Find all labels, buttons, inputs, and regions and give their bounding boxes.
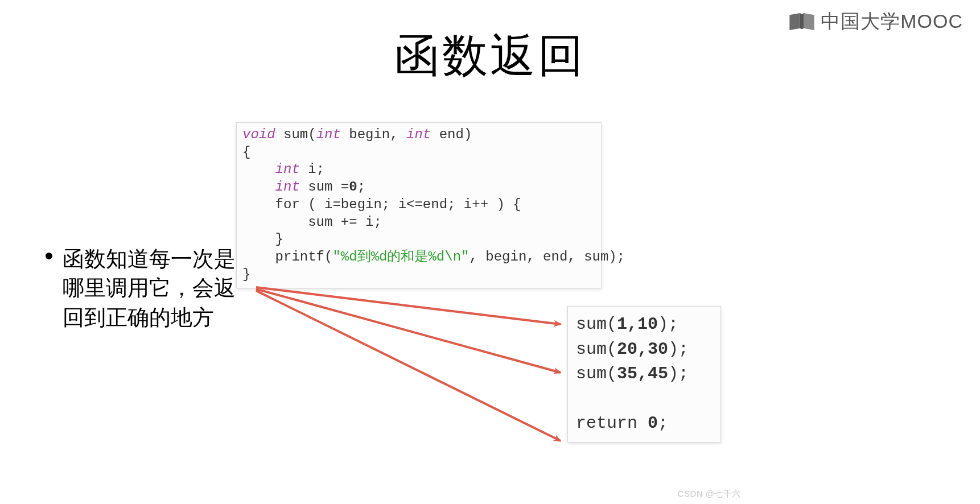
printf-format-string: "%d到%d的和是%d\n" [332, 249, 469, 265]
arrow-to-return [256, 291, 561, 441]
kw-int: int [406, 127, 431, 142]
arrow-to-sum1 [256, 287, 561, 324]
slide-title: 函数返回 [0, 26, 980, 87]
kw-int: int [275, 179, 300, 195]
bullet-point: 函数知道每一次是哪里调用它，会返回到正确的地方 [46, 245, 239, 332]
bullet-text: 函数知道每一次是哪里调用它，会返回到正确的地方 [63, 245, 239, 332]
kw-void: void [242, 127, 275, 142]
kw-int: int [275, 162, 300, 177]
bullet-dot-icon [46, 253, 52, 259]
watermark: CSDN @七千六 [678, 489, 741, 499]
arrow-to-sum2 [256, 289, 561, 373]
code-calls-box: sum(1,10); sum(20,30); sum(35,45); retur… [567, 306, 721, 443]
kw-int: int [316, 127, 341, 142]
code-definition-box: void sum(int begin, int end) { int i; in… [236, 122, 602, 288]
